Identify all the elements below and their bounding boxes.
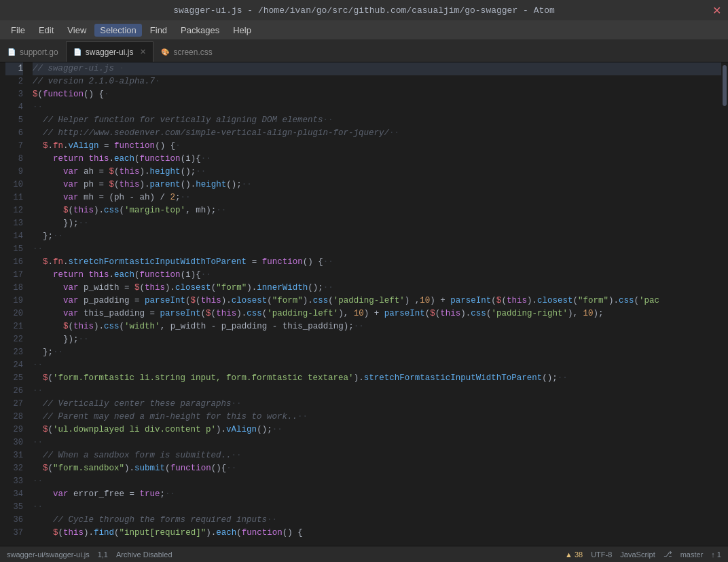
status-encoding[interactable]: UTF-8	[591, 550, 612, 559]
tab-swagger-close[interactable]: ✕	[140, 48, 146, 56]
code-line-11: var mh = (ph - ah) / 2;··	[33, 191, 721, 204]
line-num-3: 3	[5, 88, 23, 101]
tab-swagger-ui[interactable]: 📄 swagger-ui.js ✕	[66, 41, 154, 62]
line-num-2: 2	[5, 75, 23, 88]
code-line-22: });··	[33, 333, 721, 346]
code-line-23: };··	[33, 346, 721, 359]
code-line-35: ··	[33, 501, 721, 514]
tab-screen[interactable]: 🎨 screen.css	[153, 41, 219, 62]
line-num-35: 35	[5, 501, 23, 514]
status-right: ▲ 38 UTF-8 JavaScript ⎇ master ↑ 1	[565, 550, 721, 559]
status-file[interactable]: swagger-ui/swagger-ui.js	[7, 550, 90, 559]
line-num-30: 30	[5, 436, 23, 449]
code-line-20: var this_padding = parseInt($(this).css(…	[33, 307, 721, 320]
code-line-9: var ah = $(this).height();··	[33, 166, 721, 179]
line-num-37: 37	[5, 527, 23, 540]
line-num-16: 16	[5, 256, 23, 269]
status-language[interactable]: JavaScript	[620, 550, 655, 559]
window-title: swagger-ui.js - /home/ivan/go/src/github…	[173, 5, 555, 16]
line-num-14: 14	[5, 230, 23, 243]
code-line-30: ··	[33, 436, 721, 449]
code-line-10: var ph = $(this).parent().height();··	[33, 179, 721, 191]
code-line-37: $(this).find("input[required]").each(fun…	[33, 527, 721, 540]
line-num-28: 28	[5, 411, 23, 424]
line-num-31: 31	[5, 449, 23, 462]
code-line-7: $.fn.vAlign = function() {·	[33, 140, 721, 153]
code-line-2: // version 2.1.0-alpha.7·	[33, 75, 721, 88]
code-line-18: var p_width = $(this).closest("form").in…	[33, 282, 721, 295]
code-line-24: ··	[33, 359, 721, 372]
menu-help[interactable]: Help	[228, 24, 257, 37]
code-line-4: ··	[33, 101, 721, 114]
menu-find[interactable]: Find	[145, 24, 172, 37]
tab-screen-label: screen.css	[173, 48, 212, 57]
code-line-16: $.fn.stretchFormtasticInputWidthToParent…	[33, 256, 721, 269]
line-num-7: 7	[5, 140, 23, 153]
line-num-8: 8	[5, 153, 23, 166]
line-num-1: 1	[5, 62, 23, 75]
menu-edit[interactable]: Edit	[33, 24, 59, 37]
line-num-24: 24	[5, 359, 23, 372]
code-line-31: // When a sandbox form is submitted..··	[33, 449, 721, 462]
line-num-34: 34	[5, 488, 23, 501]
line-num-19: 19	[5, 295, 23, 307]
line-num-27: 27	[5, 398, 23, 411]
line-num-17: 17	[5, 269, 23, 282]
menu-packages[interactable]: Packages	[175, 24, 225, 37]
code-line-36: // Cycle through the forms required inpu…	[33, 514, 721, 527]
line-num-4: 4	[5, 101, 23, 114]
status-warnings[interactable]: ▲ 38	[565, 550, 583, 559]
code-area[interactable]: // swagger-ui.js · // version 2.1.0-alph…	[29, 62, 721, 546]
line-num-29: 29	[5, 424, 23, 436]
code-line-8: return this.each(function(i){··	[33, 153, 721, 166]
code-line-28: // Parent may need a min-height for this…	[33, 411, 721, 424]
scrollbar[interactable]	[721, 62, 728, 546]
code-line-33: ··	[33, 475, 721, 488]
code-line-13: });··	[33, 217, 721, 230]
tab-bar: 📄 support.go 📄 swagger-ui.js ✕ 🎨 screen.…	[0, 39, 728, 62]
code-line-26: ··	[33, 385, 721, 398]
code-line-12: $(this).css('margin-top', mh);··	[33, 204, 721, 217]
code-line-1: // swagger-ui.js ·	[33, 62, 721, 75]
code-line-15: ··	[33, 243, 721, 256]
code-line-29: $('ul.downplayed li div.content p').vAli…	[33, 424, 721, 436]
menu-selection[interactable]: Selection	[94, 24, 141, 37]
status-position[interactable]: 1,1	[98, 550, 108, 559]
status-archive[interactable]: Archive Disabled	[116, 550, 172, 559]
line-num-5: 5	[5, 114, 23, 127]
title-bar: swagger-ui.js - /home/ivan/go/src/github…	[0, 0, 728, 20]
code-line-21: $(this).css('width', p_width - p_padding…	[33, 320, 721, 333]
line-num-26: 26	[5, 385, 23, 398]
close-button[interactable]: ✕	[712, 4, 721, 17]
tab-support-icon: 📄	[7, 48, 16, 56]
menu-file[interactable]: File	[5, 24, 31, 37]
status-left: swagger-ui/swagger-ui.js 1,1 Archive Dis…	[7, 550, 172, 559]
tab-screen-icon: 🎨	[161, 48, 169, 56]
menu-view[interactable]: View	[62, 24, 92, 37]
line-num-21: 21	[5, 320, 23, 333]
tab-swagger-icon: 📄	[73, 48, 81, 56]
line-num-9: 9	[5, 166, 23, 179]
line-num-36: 36	[5, 514, 23, 527]
code-line-25: $('form.formtastic li.string input, form…	[33, 372, 721, 385]
tab-support[interactable]: 📄 support.go	[0, 41, 66, 62]
line-num-22: 22	[5, 333, 23, 346]
line-numbers: 1 2 3 4 5 6 7 8 9 10 11 12 13 14 15 16 1…	[0, 62, 29, 546]
line-num-15: 15	[5, 243, 23, 256]
line-num-32: 32	[5, 462, 23, 475]
tab-support-label: support.go	[20, 48, 58, 57]
line-num-18: 18	[5, 282, 23, 295]
menu-bar: File Edit View Selection Find Packages H…	[0, 20, 728, 39]
status-bar: swagger-ui/swagger-ui.js 1,1 Archive Dis…	[0, 546, 728, 562]
code-line-27: // Vertically center these paragraphs··	[33, 398, 721, 411]
line-num-23: 23	[5, 346, 23, 359]
code-line-32: $("form.sandbox").submit(function(){··	[33, 462, 721, 475]
line-num-10: 10	[5, 179, 23, 191]
code-line-3: $(function() {·	[33, 88, 721, 101]
status-branch[interactable]: master	[680, 550, 704, 559]
scrollbar-thumb[interactable]	[723, 65, 727, 106]
line-num-20: 20	[5, 307, 23, 320]
code-line-17: return this.each(function(i){··	[33, 269, 721, 282]
status-changes[interactable]: ↑ 1	[711, 550, 721, 559]
line-num-25: 25	[5, 372, 23, 385]
